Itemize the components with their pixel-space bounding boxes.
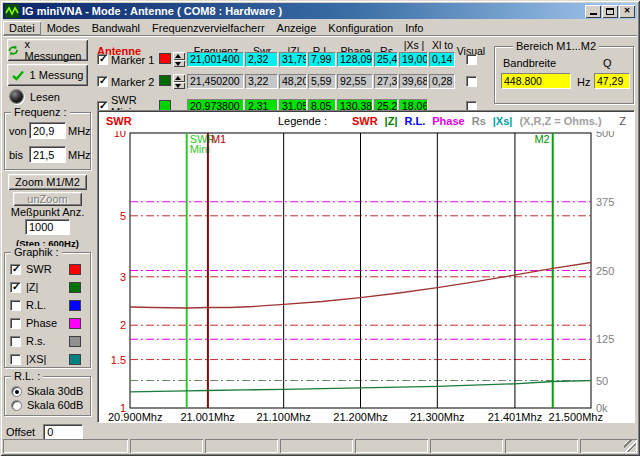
legend-item: |Xs| (493, 115, 513, 127)
spin-up-button[interactable] (173, 52, 185, 60)
marker-value: 0,14 (429, 52, 455, 67)
status-pane (355, 439, 428, 453)
menu-item-anzeige[interactable]: Anzeige (271, 21, 323, 35)
graph-item-label: |Z| (26, 281, 38, 293)
marker-value: 48,20 (279, 74, 307, 89)
multi-measure-label: x Messungen (25, 38, 88, 62)
menu-item-frequenzvervielfacherr[interactable]: Frequenzvervielfacherr (146, 21, 271, 35)
chart-legend: Legende :SWR|Z|R.L.PhaseRs|Xs|(X,R,Z = O… (278, 115, 602, 127)
menu-item-datei[interactable]: Datei (3, 21, 41, 35)
marker-color-swatch[interactable] (159, 100, 171, 111)
chart-header: SWR Legende :SWR|Z|R.L.PhaseRs|Xs|(X,R,Z… (98, 113, 634, 131)
points-input[interactable] (25, 219, 70, 235)
q-label: Q (603, 57, 612, 69)
frequency-groupbox: Frequenz : von MHz bis MHz (4, 112, 91, 170)
offset-label: Offset (6, 426, 35, 438)
x-tick-label: 21,401Mhz (488, 411, 542, 421)
graph-checkbox[interactable] (10, 354, 21, 365)
app-icon (5, 4, 19, 18)
app-window: IG miniVNA - Mode : Antenne ( COM8 : Har… (0, 0, 640, 456)
marker-color-swatch[interactable] (159, 53, 171, 64)
color-swatch[interactable] (69, 282, 81, 293)
legend-item: (X,R,Z = Ohms.) (519, 115, 601, 127)
color-swatch[interactable] (69, 264, 81, 275)
bereich-groupbox: Bereich M1...M2 Bandbreite Q 448.800 Hz … (494, 46, 634, 104)
rl-option-0[interactable]: Skala 30dB (11, 384, 88, 398)
graph-item-label: R.L. (26, 299, 46, 311)
single-measure-label: 1 Messung (30, 69, 84, 81)
graph-item-rs: R.s. (10, 332, 85, 350)
marker-label: M2 (534, 133, 549, 145)
chart-plot[interactable]: SWRMiniM1M2105321.51500375250125500k20,9… (99, 131, 633, 421)
color-swatch[interactable] (69, 336, 81, 347)
graph-checkbox[interactable]: ✓ (10, 282, 21, 293)
resize-grip[interactable] (624, 440, 636, 452)
maximize-button[interactable] (602, 5, 618, 18)
graph-checkbox[interactable] (10, 336, 21, 347)
marker-toggle[interactable]: ✓Marker 1 (97, 54, 159, 66)
menu-item-konfiguration[interactable]: Konfiguration (322, 21, 399, 35)
marker-label: Mini (190, 143, 210, 155)
graph-item-rl: R.L. (10, 296, 85, 314)
visual-checkbox[interactable] (466, 76, 477, 87)
graph-checkbox[interactable]: ✓ (10, 264, 21, 275)
legend-item: |Z| (385, 115, 398, 127)
color-swatch[interactable] (69, 318, 81, 329)
marker-row: ✓Marker 221,4502003,2248,205,5992,5527,3… (97, 74, 486, 89)
marker-checkbox[interactable]: ✓ (97, 54, 108, 65)
graph-item-label: Phase (26, 317, 57, 329)
marker-value: 21,001400 (187, 52, 244, 67)
marker-table: AntenneFrequenzSwr|Z|R.L.PhaseRs|Xs | +j… (97, 38, 492, 108)
points-label: Meßpunkt Anz. (0, 206, 95, 218)
graph-item-phase: Phase (10, 314, 85, 332)
marker-value: 3,22 (245, 74, 278, 89)
status-pane (580, 439, 637, 453)
read-indicator[interactable]: Lesen (10, 90, 60, 103)
marker-label: Marker 2 (111, 76, 154, 88)
unzoom-button[interactable]: unZoom (13, 192, 82, 206)
menu-item-info[interactable]: Info (399, 21, 429, 35)
graph-checkbox[interactable] (10, 300, 21, 311)
marker-value: 25,49 (374, 52, 398, 67)
rl-option-label: Skala 30dB (27, 385, 83, 397)
rl-option-1[interactable]: Skala 60dB (11, 398, 88, 412)
marker-toggle[interactable]: ✓Marker 2 (97, 76, 159, 88)
zoom-m1-m2-button[interactable]: Zoom M1/M2 (8, 174, 87, 190)
status-pane (430, 439, 503, 453)
bereich-box-title: Bereich M1...M2 (513, 40, 599, 52)
zoom-button-label: Zoom M1/M2 (15, 176, 80, 188)
single-measure-button[interactable]: 1 Messung (7, 64, 88, 86)
spin-down-button[interactable] (173, 60, 185, 68)
swr-tick-label: 1.5 (111, 354, 126, 366)
marker-checkbox[interactable]: ✓ (97, 76, 108, 87)
legend-item: Phase (432, 115, 464, 127)
swr-tick-label: 10 (114, 131, 126, 139)
menu-item-modes[interactable]: Modes (41, 21, 86, 35)
marker-color-swatch[interactable] (159, 75, 171, 86)
graph-box-title: Graphik : (11, 246, 62, 258)
visual-checkbox[interactable] (466, 54, 477, 65)
marker-value: 21,450200 (187, 74, 244, 89)
menu-item-bandwahl[interactable]: Bandwahl (86, 21, 146, 35)
graph-checkbox[interactable] (10, 318, 21, 329)
color-swatch[interactable] (69, 354, 81, 365)
title-bar[interactable]: IG miniVNA - Mode : Antenne ( COM8 : Har… (3, 3, 637, 19)
freq-from-input[interactable] (29, 122, 66, 139)
radio-button[interactable] (11, 400, 22, 411)
radio-button[interactable] (11, 386, 22, 397)
freq-from-unit: MHz (68, 125, 91, 137)
x-tick-label: 21,200Mhz (333, 411, 387, 421)
z-tick-label: 250 (596, 265, 614, 277)
marker-spinner (173, 74, 185, 89)
freq-to-input[interactable] (29, 146, 66, 163)
minimize-button[interactable] (585, 5, 601, 18)
close-button[interactable]: ✕ (619, 5, 635, 18)
color-swatch[interactable] (69, 300, 81, 311)
x-tick-label: 21,300Mhz (410, 411, 464, 421)
multi-measure-button[interactable]: x Messungen (7, 39, 88, 61)
menu-bar: DateiModesBandwahlFrequenzvervielfacherr… (3, 20, 637, 36)
spin-down-button[interactable] (173, 82, 185, 90)
swr-tick-label: 3 (120, 271, 126, 283)
spin-up-button[interactable] (173, 74, 185, 82)
refresh-icon (7, 44, 20, 57)
